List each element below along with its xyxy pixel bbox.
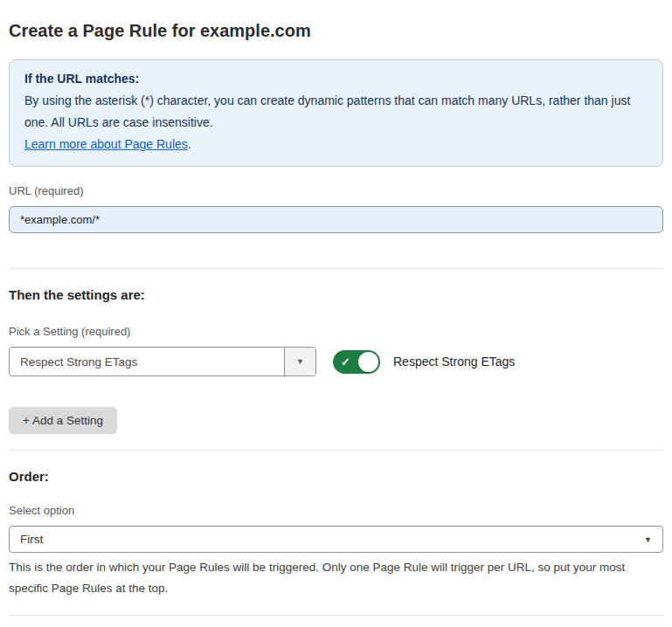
setting-toggle-switch[interactable]: ✓ [333,350,380,374]
settings-section-heading: Then the settings are: [9,286,663,304]
info-box-body: By using the asterisk (*) character, you… [24,90,648,134]
check-icon: ✓ [341,356,350,368]
chevron-down-icon: ▼ [644,535,652,544]
toggle-knob [358,352,378,372]
link-period: . [188,137,191,151]
page-rule-form: Create a Page Rule for example.com If th… [0,0,672,627]
chevron-down-icon: ▼ [296,357,304,366]
setting-select-arrow-button[interactable]: ▼ [284,348,315,376]
section-divider [9,268,663,269]
info-box-link-line: Learn more about Page Rules. [24,134,648,155]
url-field-label: URL (required) [9,184,663,198]
footer-divider [9,615,663,616]
setting-toggle-group: ✓ Respect Strong ETags [333,350,515,374]
setting-picker-label: Pick a Setting (required) [9,325,663,339]
setting-row: Respect Strong ETags ▼ ✓ Respect Strong … [9,347,663,376]
section-divider [9,450,663,451]
info-box-heading: If the URL matches: [24,68,648,90]
order-select-dropdown[interactable]: First ▼ [9,526,663,553]
order-select-value: First [20,533,43,546]
order-select-label: Select option [9,504,663,518]
setting-select-value: Respect Strong ETags [10,348,284,376]
learn-more-link[interactable]: Learn more about Page Rules [24,137,188,151]
setting-toggle-label: Respect Strong ETags [393,355,515,369]
add-setting-button[interactable]: + Add a Setting [9,407,117,434]
page-title: Create a Page Rule for example.com [9,19,663,43]
order-section-heading: Order: [9,468,663,486]
setting-select-dropdown[interactable]: Respect Strong ETags ▼ [9,347,316,376]
url-match-info-box: If the URL matches: By using the asteris… [9,59,663,167]
order-help-text: This is the order in which your Page Rul… [9,557,663,599]
url-input[interactable] [9,206,663,233]
